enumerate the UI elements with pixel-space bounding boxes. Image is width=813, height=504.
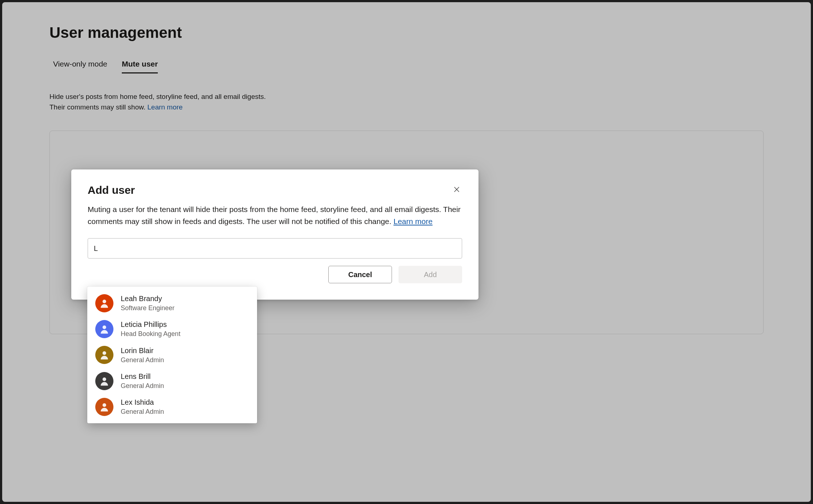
user-suggestions-dropdown: Leah BrandySoftware EngineerLeticia Phil… xyxy=(87,287,257,423)
suggestion-text: Lex IshidaGeneral Admin xyxy=(121,397,164,416)
modal-title: Add user xyxy=(88,184,135,196)
suggestion-name: Leah Brandy xyxy=(121,294,175,304)
suggestion-name: Lens Brill xyxy=(121,372,164,381)
suggestion-item[interactable]: Lorin BlairGeneral Admin xyxy=(87,342,257,368)
modal-description: Muting a user for the tenant will hide t… xyxy=(88,204,462,227)
avatar xyxy=(95,372,113,390)
suggestion-item[interactable]: Leticia PhillipsHead Booking Agent xyxy=(87,316,257,342)
avatar xyxy=(95,294,113,312)
cancel-button[interactable]: Cancel xyxy=(328,266,392,283)
svg-point-6 xyxy=(103,403,106,407)
svg-point-2 xyxy=(103,300,106,303)
svg-point-5 xyxy=(103,377,106,381)
suggestion-item[interactable]: Leah BrandySoftware Engineer xyxy=(87,290,257,316)
close-icon xyxy=(453,185,461,193)
modal-learn-more-link[interactable]: Learn more xyxy=(393,217,432,225)
avatar xyxy=(95,346,113,364)
suggestion-item[interactable]: Lex IshidaGeneral Admin xyxy=(87,394,257,420)
svg-point-3 xyxy=(103,325,106,329)
suggestion-role: General Admin xyxy=(121,356,164,364)
svg-point-4 xyxy=(103,351,106,355)
avatar xyxy=(95,320,113,338)
suggestion-role: General Admin xyxy=(121,407,164,416)
suggestion-role: General Admin xyxy=(121,381,164,390)
suggestion-name: Lex Ishida xyxy=(121,397,164,407)
suggestion-name: Lorin Blair xyxy=(121,346,164,356)
suggestion-item[interactable]: Lens BrillGeneral Admin xyxy=(87,368,257,394)
add-button: Add xyxy=(399,266,462,283)
suggestion-text: Lorin BlairGeneral Admin xyxy=(121,346,164,364)
avatar xyxy=(95,398,113,416)
suggestion-name: Leticia Phillips xyxy=(121,320,180,329)
suggestion-role: Software Engineer xyxy=(121,304,175,312)
suggestion-text: Leticia PhillipsHead Booking Agent xyxy=(121,320,180,338)
suggestion-role: Head Booking Agent xyxy=(121,329,180,338)
user-search-input[interactable] xyxy=(88,238,462,259)
add-user-modal: Add user Muting a user for the tenant wi… xyxy=(71,169,478,300)
suggestion-text: Leah BrandySoftware Engineer xyxy=(121,294,175,312)
close-button[interactable] xyxy=(451,184,462,196)
suggestion-text: Lens BrillGeneral Admin xyxy=(121,372,164,390)
